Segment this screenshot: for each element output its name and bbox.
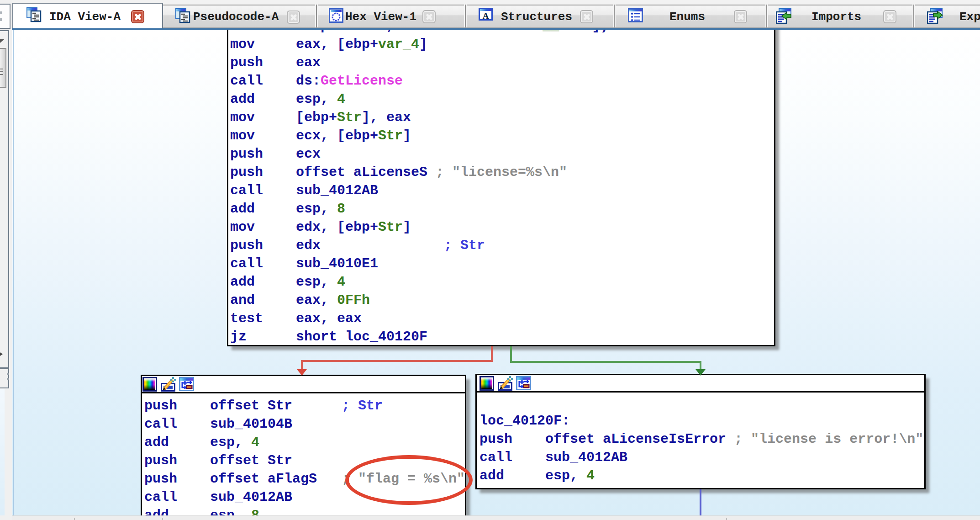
svg-text:A: A bbox=[483, 11, 489, 21]
